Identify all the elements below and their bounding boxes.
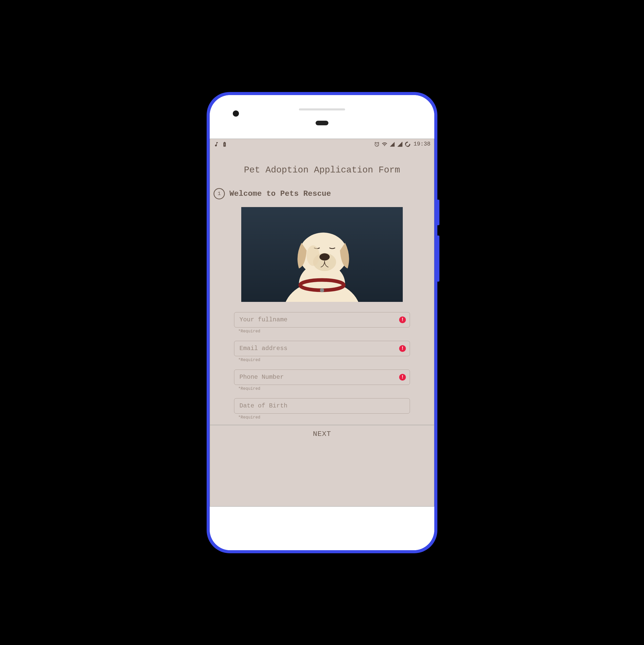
- svg-point-1: [406, 142, 410, 146]
- email-field-group: ! *Required: [234, 341, 410, 362]
- email-input-wrapper: !: [234, 341, 410, 356]
- speaker-slot-bottom: [316, 121, 328, 125]
- svg-point-9: [307, 245, 319, 266]
- phone-bottom-bezel: [210, 507, 434, 550]
- phone-inner: x 19:38 Pet Adoption Application Form 1 …: [210, 95, 434, 550]
- status-bar-right: x 19:38: [374, 141, 431, 147]
- status-time: 19:38: [414, 141, 431, 147]
- svg-text:x: x: [401, 142, 402, 144]
- required-hint: *Required: [234, 414, 410, 420]
- page-title: Pet Adoption Application Form: [210, 150, 434, 188]
- step-number-badge: 1: [213, 188, 225, 199]
- phone-top-bezel: [210, 95, 434, 139]
- error-icon: !: [399, 374, 406, 381]
- required-hint: *Required: [234, 385, 410, 391]
- error-icon: !: [399, 316, 406, 323]
- phone-input[interactable]: [234, 370, 410, 385]
- next-button[interactable]: NEXT: [210, 425, 434, 443]
- fullname-field-group: ! *Required: [234, 312, 410, 334]
- dob-input-wrapper: [234, 398, 410, 414]
- phone-field-group: ! *Required: [234, 370, 410, 391]
- fullname-input[interactable]: [234, 312, 410, 328]
- signal-icon: [389, 142, 395, 147]
- speaker-slot-top: [299, 109, 345, 111]
- phone-frame: x 19:38 Pet Adoption Application Form 1 …: [207, 92, 437, 553]
- battery-icon: [222, 142, 227, 147]
- status-bar-left: [213, 142, 227, 147]
- loading-spinner-icon: [405, 142, 411, 147]
- alarm-icon: [374, 142, 380, 147]
- music-icon: [213, 142, 219, 147]
- status-bar: x 19:38: [210, 139, 434, 150]
- dog-hero-image: [241, 207, 403, 302]
- fullname-input-wrapper: !: [234, 312, 410, 328]
- email-input[interactable]: [234, 341, 410, 356]
- svg-point-5: [320, 288, 324, 292]
- dob-input[interactable]: [234, 398, 410, 414]
- svg-point-8: [319, 253, 330, 260]
- dog-illustration: [241, 214, 403, 301]
- phone-volume-button: [437, 235, 440, 282]
- required-hint: *Required: [234, 356, 410, 362]
- step-header: 1 Welcome to Pets Rescue: [210, 188, 434, 205]
- phone-power-button: [437, 200, 440, 225]
- wifi-icon: [382, 142, 387, 147]
- step-title: Welcome to Pets Rescue: [229, 189, 331, 198]
- screen: x 19:38 Pet Adoption Application Form 1 …: [210, 139, 434, 507]
- phone-input-wrapper: !: [234, 370, 410, 385]
- form-fields: ! *Required ! *Required: [210, 309, 434, 425]
- camera-dot: [233, 111, 239, 117]
- app-content: Pet Adoption Application Form 1 Welcome …: [210, 150, 434, 506]
- error-icon: !: [399, 345, 406, 352]
- signal-no-data-icon: x: [397, 142, 403, 147]
- dob-field-group: *Required: [234, 398, 410, 420]
- required-hint: *Required: [234, 328, 410, 334]
